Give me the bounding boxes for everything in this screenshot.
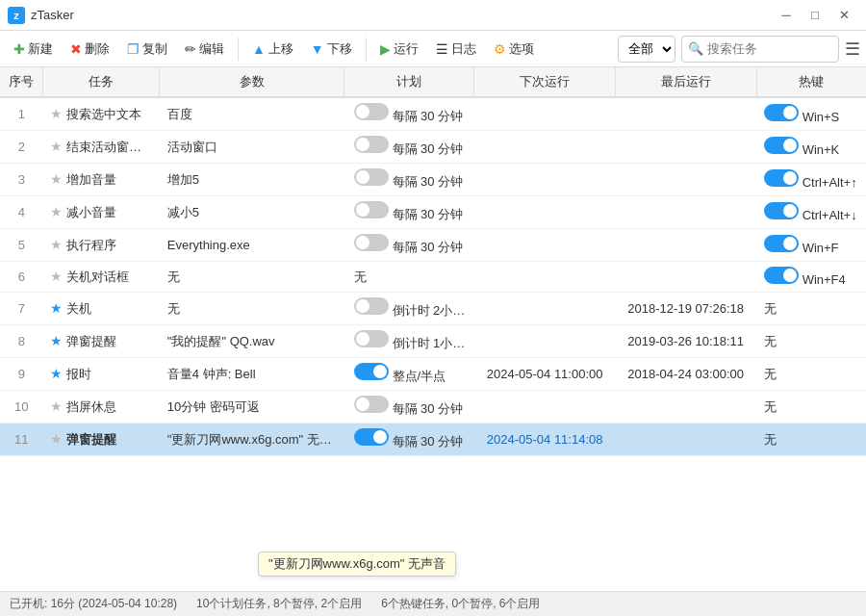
schedule-toggle[interactable] [354,168,389,186]
cell-schedule: 每隔 30 分钟 [344,391,474,424]
cell-task[interactable]: ★ 弹窗提醒 [42,325,159,358]
schedule-toggle[interactable] [354,396,389,413]
task-stats: 10个计划任务, 8个暂停, 2个启用 [196,596,362,612]
schedule-toggle[interactable] [354,136,389,153]
cell-task[interactable]: ★ 减小音量 [42,196,159,229]
cell-task[interactable]: ★ 关机对话框 [42,262,159,293]
table-row[interactable]: 1★ 搜索选中文本百度 每隔 30 分钟 Win+S [0,97,866,131]
run-icon: ▶ [380,41,391,57]
hotkey-toggle[interactable] [764,202,799,219]
cell-nextrun [474,391,616,424]
star-icon[interactable]: ★ [50,333,63,348]
copy-button[interactable]: ❐ 复制 [119,37,175,62]
hotkey-toggle[interactable] [764,169,799,187]
table-row[interactable]: 2★ 结束活动窗…活动窗口 每隔 30 分钟 Win+K [0,131,866,164]
cell-params: "更新刀网www.x6g.com" 无… [160,424,344,456]
table-row[interactable]: 7★ 关机无 倒计时 2小…2018-12-19 07:26:18无 [0,293,866,325]
schedule-toggle[interactable] [354,103,389,120]
toggle-knob [783,139,797,152]
star-icon[interactable]: ★ [50,300,63,316]
cell-nextrun [474,97,616,131]
new-button[interactable]: ✚ 新建 [6,37,61,62]
table-row[interactable]: 3★ 增加音量增加5 每隔 30 分钟 Ctrl+Alt+↑ [0,164,866,196]
star-icon[interactable]: ★ [50,431,63,447]
cell-nextrun [474,293,616,325]
minimize-button[interactable]: ─ [772,0,801,31]
schedule-toggle[interactable] [354,363,389,380]
cell-lastrun [615,424,756,456]
cell-task[interactable]: ★ 报时 [42,358,159,391]
cell-params: 活动窗口 [160,131,344,164]
cell-task[interactable]: ★ 增加音量 [42,164,159,196]
cell-task[interactable]: ★ 执行程序 [42,229,159,262]
toggle-knob [356,170,369,184]
cell-params: "我的提醒" QQ.wav [160,325,344,358]
task-name-label: 结束活动窗… [63,140,141,154]
search-input[interactable] [707,41,832,56]
status-bar: 已开机: 16分 (2024-05-04 10:28) 10个计划任务, 8个暂… [0,591,866,616]
toggle-knob [373,365,387,378]
edit-button[interactable]: ✏ 编辑 [177,37,232,62]
schedule-toggle[interactable] [354,201,389,218]
up-button[interactable]: ▲ 上移 [244,37,301,62]
table-row[interactable]: 10★ 挡屏休息10分钟 密码可返 每隔 30 分钟无 [0,391,866,424]
cell-id: 6 [0,262,42,293]
hotkey-toggle[interactable] [764,267,799,284]
cell-lastrun [615,262,756,293]
schedule-toggle[interactable] [354,234,389,251]
cell-nextrun: 2024-05-04 11:14:08 [474,424,616,456]
col-task: 任务 [42,67,159,97]
cell-lastrun [615,131,756,164]
hotkey-toggle[interactable] [764,235,799,252]
table-row[interactable]: 4★ 减小音量减小5 每隔 30 分钟 Ctrl+Alt+↓ [0,196,866,229]
maximize-button[interactable]: □ [801,0,829,31]
star-icon[interactable]: ★ [50,237,63,252]
option-button[interactable]: ⚙ 选项 [486,37,542,62]
star-icon[interactable]: ★ [50,171,63,187]
main-table-area: 序号 任务 参数 计划 下次运行 最后运行 热键 1★ 搜索选中文本百度 每隔 … [0,67,866,591]
hotkey-toggle[interactable] [764,137,799,154]
hotkey-toggle[interactable] [764,104,799,121]
star-icon[interactable]: ★ [50,204,63,219]
star-icon[interactable]: ★ [50,366,63,381]
delete-button[interactable]: ✖ 删除 [63,37,117,62]
star-icon[interactable]: ★ [50,139,63,154]
table-row[interactable]: 8★ 弹窗提醒"我的提醒" QQ.wav 倒计时 1小…2019-03-26 1… [0,325,866,358]
cell-params: 10分钟 密码可返 [160,391,344,424]
tooltip-popup: "更新刀网www.x6g.com" 无声音 [258,552,456,577]
toggle-knob [783,171,797,185]
schedule-toggle[interactable] [354,330,389,347]
table-row[interactable]: 11★ 弹窗提醒"更新刀网www.x6g.com" 无… 每隔 30 分钟202… [0,424,866,456]
table-row[interactable]: 5★ 执行程序Everything.exe 每隔 30 分钟 Win+F [0,229,866,262]
cell-params: 音量4 钟声: Bell [160,358,344,391]
cell-nextrun [474,164,616,196]
close-button[interactable]: ✕ [829,0,858,31]
toggle-knob [783,237,797,250]
task-name-label: 关机对话框 [63,270,129,284]
schedule-toggle[interactable] [354,297,389,315]
cell-task[interactable]: ★ 挡屏休息 [42,391,159,424]
cell-lastrun: 2019-03-26 10:18:11 [615,325,756,358]
cell-hotkey: Win+K [756,131,866,164]
down-button[interactable]: ▼ 下移 [303,37,360,62]
toggle-knob [356,332,369,346]
cell-id: 9 [0,358,42,391]
star-icon[interactable]: ★ [50,398,63,414]
cell-params: 无 [160,262,344,293]
log-button[interactable]: ☰ 日志 [428,37,484,62]
star-icon[interactable]: ★ [50,269,63,284]
cell-task[interactable]: ★ 搜索选中文本 [42,97,159,131]
task-name-label: 减小音量 [63,205,116,219]
grid-view-button[interactable]: ☰ [845,38,860,60]
table-row[interactable]: 6★ 关机对话框无无 Win+F4 [0,262,866,293]
cell-schedule: 每隔 30 分钟 [344,196,474,229]
table-row[interactable]: 9★ 报时音量4 钟声: Bell 整点/半点2024-05-04 11:00:… [0,358,866,391]
star-icon[interactable]: ★ [50,106,63,121]
cell-task[interactable]: ★ 弹窗提醒 [42,424,159,456]
filter-select[interactable]: 全部 [618,36,675,63]
cell-task[interactable]: ★ 关机 [42,293,159,325]
run-button[interactable]: ▶ 运行 [372,37,426,62]
schedule-toggle[interactable] [354,428,389,446]
toggle-knob [356,236,369,249]
cell-task[interactable]: ★ 结束活动窗… [42,131,159,164]
